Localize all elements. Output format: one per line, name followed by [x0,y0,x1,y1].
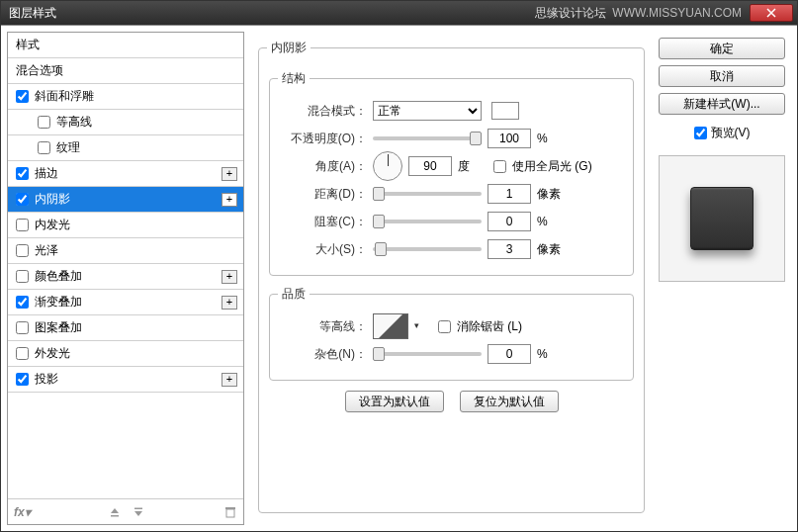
size-label: 大小(S)： [278,241,367,258]
opacity-label: 不透明度(O)： [278,131,367,147]
global-light-label: 使用全局光 (G) [512,158,592,175]
svg-rect-3 [225,507,235,509]
fx-menu-icon[interactable]: fx▾ [14,505,31,519]
style-label: 内阴影 [35,191,70,208]
opacity-unit: % [537,132,567,145]
trash-icon[interactable] [223,505,237,519]
style-checkbox[interactable] [16,373,29,386]
distance-unit: 像素 [537,186,567,203]
style-checkbox[interactable] [16,167,29,180]
inner-shadow-group: 内阴影 结构 混合模式： 正常 不透明度(O)： % [258,40,645,513]
style-checkbox[interactable] [16,321,29,334]
style-checkbox[interactable] [38,116,50,129]
style-item[interactable]: 颜色叠加+ [8,264,243,290]
style-label: 斜面和浮雕 [35,88,94,105]
add-effect-icon[interactable]: + [222,193,237,207]
size-unit: 像素 [537,241,567,258]
style-item[interactable]: 等高线 [8,110,243,135]
distance-slider[interactable] [373,192,482,196]
style-label: 投影 [35,371,58,388]
make-default-button[interactable]: 设置为默认值 [345,391,444,412]
ok-button[interactable]: 确定 [659,38,785,59]
group-title: 内阴影 [267,40,310,56]
structure-group: 结构 混合模式： 正常 不透明度(O)： % 角度(A)： [269,70,634,276]
styles-footer: fx▾ [8,498,243,524]
preview-checkbox[interactable] [694,127,707,139]
style-label: 等高线 [56,114,92,131]
add-effect-icon[interactable]: + [222,373,237,387]
svg-rect-1 [134,507,142,509]
svg-rect-2 [226,509,234,517]
blend-mode-select[interactable]: 正常 [373,101,482,121]
style-checkbox[interactable] [38,141,50,154]
style-checkbox[interactable] [16,270,29,283]
close-button[interactable] [750,4,793,22]
style-label: 光泽 [35,242,58,259]
style-item[interactable]: 斜面和浮雕 [8,84,243,110]
distance-label: 距离(D)： [278,186,367,203]
style-checkbox[interactable] [16,90,29,103]
add-effect-icon[interactable]: + [222,270,237,284]
style-label: 图案叠加 [35,319,82,336]
new-style-button[interactable]: 新建样式(W)... [659,93,785,115]
distance-input[interactable] [488,184,531,204]
add-effect-icon[interactable]: + [222,167,237,181]
styles-header[interactable]: 样式 [8,33,243,58]
angle-unit: 度 [458,158,488,175]
angle-label: 角度(A)： [278,158,367,175]
svg-rect-0 [111,515,119,517]
style-label: 外发光 [35,345,70,362]
choke-input[interactable] [488,212,531,231]
style-item[interactable]: 投影+ [8,367,243,393]
add-effect-icon[interactable]: + [222,296,237,310]
dialog-content: 样式 混合选项 斜面和浮雕等高线纹理描边+内阴影+内发光光泽颜色叠加+渐变叠加+… [1,25,797,531]
styles-panel: 样式 混合选项 斜面和浮雕等高线纹理描边+内阴影+内发光光泽颜色叠加+渐变叠加+… [7,32,244,525]
titlebar[interactable]: 图层样式 思缘设计论坛 WWW.MISSYUAN.COM [1,1,797,25]
layer-style-dialog: 图层样式 思缘设计论坛 WWW.MISSYUAN.COM 样式 混合选项 斜面和… [0,0,798,532]
cancel-button[interactable]: 取消 [659,65,785,87]
style-checkbox[interactable] [16,193,29,206]
angle-dial[interactable] [373,151,402,181]
window-title: 图层样式 [5,5,56,22]
style-item[interactable]: 图案叠加 [8,315,243,341]
opacity-slider[interactable] [373,136,482,140]
blending-options[interactable]: 混合选项 [8,58,243,84]
style-checkbox[interactable] [16,244,29,257]
style-item[interactable]: 纹理 [8,135,243,161]
close-icon [766,8,776,18]
noise-label: 杂色(N)： [278,346,367,363]
structure-legend: 结构 [278,70,310,87]
style-item[interactable]: 内阴影+ [8,187,243,213]
reset-default-button[interactable]: 复位为默认值 [460,391,559,412]
move-up-icon[interactable] [108,505,122,519]
antialias-checkbox[interactable] [438,320,451,333]
style-checkbox[interactable] [16,219,29,231]
style-label: 纹理 [56,139,80,156]
choke-slider[interactable] [373,220,482,223]
style-item[interactable]: 外发光 [8,341,243,367]
preview-label: 预览(V) [711,125,751,141]
style-checkbox[interactable] [16,296,29,309]
quality-group: 品质 等高线： 消除锯齿 (L) 杂色(N)： % [269,286,634,381]
quality-legend: 品质 [278,286,310,303]
style-label: 渐变叠加 [35,294,82,310]
shadow-color-swatch[interactable] [491,102,519,120]
style-checkbox[interactable] [16,347,29,360]
antialias-label: 消除锯齿 (L) [457,318,522,335]
noise-input[interactable] [488,344,531,364]
noise-slider[interactable] [373,352,482,356]
style-item[interactable]: 描边+ [8,161,243,187]
angle-input[interactable] [408,156,452,176]
contour-picker[interactable] [373,313,408,339]
style-label: 内发光 [35,217,70,233]
style-item[interactable]: 渐变叠加+ [8,290,243,315]
style-label: 描边 [35,165,58,182]
size-input[interactable] [488,239,531,259]
style-item[interactable]: 光泽 [8,238,243,264]
global-light-checkbox[interactable] [493,160,506,173]
opacity-input[interactable] [488,129,531,148]
style-item[interactable]: 内发光 [8,213,243,238]
move-down-icon[interactable] [132,505,145,519]
size-slider[interactable] [373,247,482,251]
preview-swatch [690,187,754,250]
